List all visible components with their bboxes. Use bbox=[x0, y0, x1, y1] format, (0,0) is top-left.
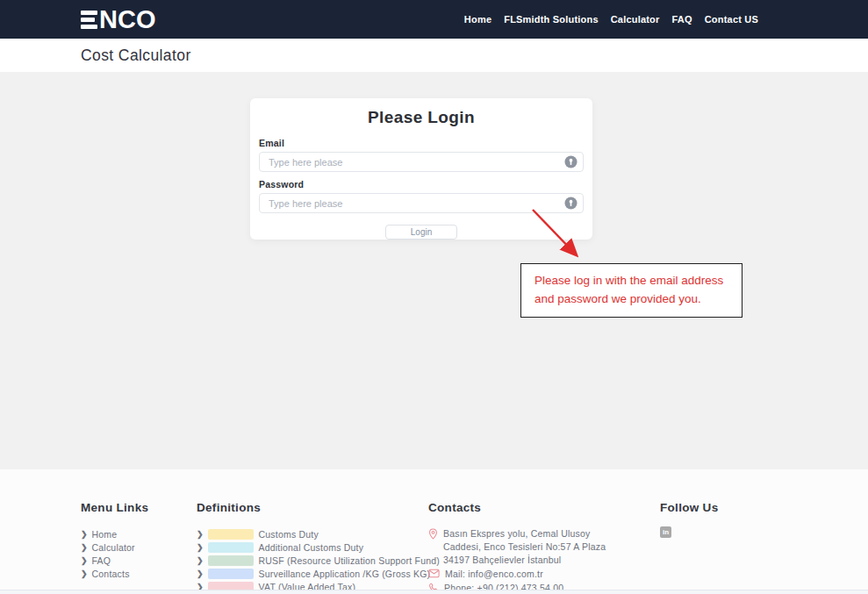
login-form: Email Password Login bbox=[250, 138, 592, 240]
contact-address-row: Basın Ekspres yolu, Cemal Ulusoy Caddesi… bbox=[428, 527, 630, 567]
footer: Menu Links ❯ Home ❯ Calculator ❯ FAQ bbox=[0, 469, 868, 594]
annotation-note: Please log in with the email address and… bbox=[520, 263, 742, 318]
chevron-right-icon: ❯ bbox=[197, 530, 204, 539]
chevron-right-icon: ❯ bbox=[197, 569, 204, 578]
chevron-right-icon: ❯ bbox=[197, 556, 204, 565]
login-heading: Please Login bbox=[250, 108, 592, 127]
top-navbar: NCO Home FLSmidth Solutions Calculator F… bbox=[0, 0, 868, 39]
definition-item[interactable]: ❯ Surveillance Application /KG (Gross KG… bbox=[197, 567, 440, 580]
footer-menu-links: Menu Links ❯ Home ❯ Calculator ❯ FAQ bbox=[81, 501, 148, 580]
page-title-bar: Cost Calculator bbox=[0, 39, 868, 72]
definition-color-swatch bbox=[208, 555, 254, 566]
footer-menu-item[interactable]: ❯ Home bbox=[81, 527, 148, 540]
footer-definitions: Definitions ❯ Customs Duty ❯ Additional … bbox=[197, 501, 440, 593]
footer-menu-title: Menu Links bbox=[81, 501, 148, 514]
password-label: Password bbox=[259, 179, 584, 190]
footer-contacts: Contacts Basın Ekspres yolu, Cemal Uluso… bbox=[428, 501, 630, 594]
page-title: Cost Calculator bbox=[81, 47, 191, 65]
footer-contacts-title: Contacts bbox=[428, 501, 630, 514]
chevron-right-icon: ❯ bbox=[81, 569, 88, 578]
linkedin-icon[interactable]: in bbox=[660, 526, 671, 538]
chevron-right-icon: ❯ bbox=[81, 530, 88, 539]
chevron-right-icon: ❯ bbox=[81, 556, 88, 565]
key-icon bbox=[564, 197, 577, 210]
footer-definitions-title: Definitions bbox=[197, 501, 440, 514]
key-icon bbox=[564, 155, 577, 168]
annotation-text: Please log in with the email address and… bbox=[534, 272, 736, 309]
definition-item[interactable]: ❯ Customs Duty bbox=[197, 527, 440, 540]
password-field[interactable] bbox=[259, 193, 584, 213]
nav-links: Home FLSmidth Solutions Calculator FAQ C… bbox=[464, 0, 758, 39]
definition-item[interactable]: ❯ Additional Customs Duty bbox=[197, 540, 440, 554]
definition-item[interactable]: ❯ RUSF (Resource Utilization Support Fun… bbox=[197, 554, 440, 567]
footer-follow-us: Follow Us in bbox=[660, 501, 718, 538]
nav-link[interactable]: Calculator bbox=[611, 14, 660, 25]
mail-icon bbox=[428, 569, 440, 578]
enco-logo[interactable]: NCO bbox=[81, 7, 155, 32]
login-card: Please Login Email Password L bbox=[250, 98, 592, 240]
email-label: Email bbox=[259, 138, 584, 148]
login-button[interactable]: Login bbox=[385, 225, 457, 240]
footer-menu-item[interactable]: ❯ FAQ bbox=[81, 554, 148, 567]
footer-menu-item[interactable]: ❯ Calculator bbox=[81, 540, 148, 554]
contact-mail: Mail: info@enco.com.tr bbox=[445, 568, 543, 581]
enco-logo-text: NCO bbox=[99, 7, 155, 32]
email-field[interactable] bbox=[259, 152, 584, 172]
chevron-right-icon: ❯ bbox=[81, 543, 88, 552]
chevron-right-icon: ❯ bbox=[197, 543, 204, 552]
definition-color-swatch bbox=[208, 542, 254, 553]
definition-color-swatch bbox=[208, 569, 254, 579]
nav-link[interactable]: Home bbox=[464, 14, 491, 25]
bottom-strip bbox=[0, 590, 868, 594]
contact-address: Basın Ekspres yolu, Cemal Ulusoy Caddesi… bbox=[443, 527, 630, 567]
nav-link[interactable]: Contact US bbox=[705, 14, 758, 25]
footer-menu-item[interactable]: ❯ Contacts bbox=[81, 567, 148, 580]
footer-follow-title: Follow Us bbox=[660, 501, 718, 514]
definition-color-swatch bbox=[208, 529, 254, 540]
main-content: Please Login Email Password L bbox=[0, 72, 868, 469]
contact-mail-row[interactable]: Mail: info@enco.com.tr bbox=[428, 568, 630, 581]
nav-link[interactable]: FAQ bbox=[672, 14, 692, 25]
location-pin-icon bbox=[428, 528, 438, 540]
nav-link[interactable]: FLSmidth Solutions bbox=[504, 14, 598, 25]
enco-logo-e-icon bbox=[81, 11, 97, 29]
